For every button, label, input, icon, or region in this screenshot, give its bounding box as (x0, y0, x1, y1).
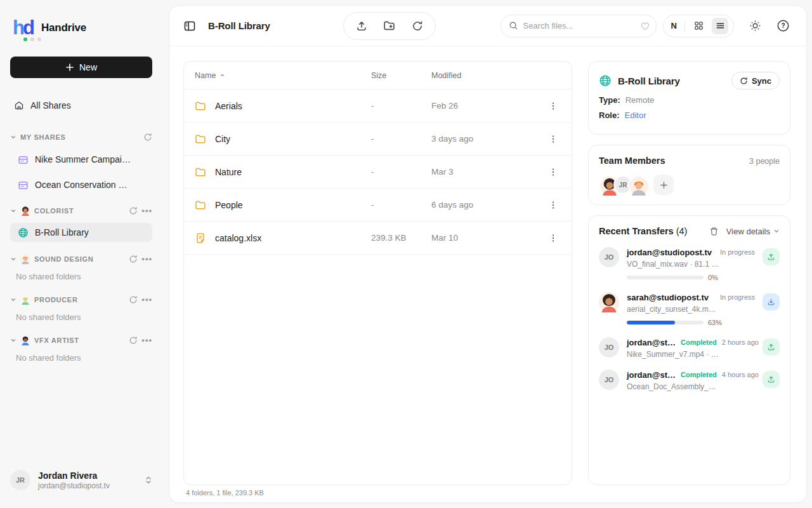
status-badge: Completed (681, 338, 717, 346)
refresh-icon[interactable] (129, 336, 138, 345)
view-details-link[interactable]: View details (726, 227, 780, 236)
table-row[interactable]: Aerials - Feb 26 (184, 90, 572, 123)
table-row[interactable]: Nature - Mar 3 (184, 156, 572, 189)
folder-stats: 4 folders, 1 file, 239.3 KB (186, 489, 264, 497)
heart-icon[interactable] (640, 21, 650, 31)
transfer-user: jordan@studiopost.tv (627, 248, 712, 257)
folder-icon (195, 199, 206, 211)
transfer-time: 2 hours ago (722, 338, 759, 346)
transfer-item[interactable]: JO jordan@st… Completed 4 hours ago Ocea… (599, 370, 780, 391)
chevron-down-icon (10, 208, 16, 214)
section-sound-design[interactable]: SOUND DESIGN ••• (10, 253, 152, 265)
empty-shares-note: No shared folders (16, 353, 81, 363)
sidebar-item-nike-summer[interactable]: Nike Summer Campai… (10, 151, 152, 168)
refresh-icon[interactable] (129, 255, 138, 264)
chevron-down-icon (773, 228, 780, 234)
project-box-icon (18, 180, 29, 190)
row-menu-icon[interactable] (546, 231, 561, 246)
list-view-icon[interactable] (712, 18, 728, 34)
table-row[interactable]: catalog.xlsx 239.3 KB Mar 10 (184, 222, 572, 255)
refresh-icon (740, 77, 748, 85)
refresh-icon[interactable] (406, 15, 429, 37)
avatar-sound-design (20, 254, 30, 264)
upload-icon[interactable] (350, 15, 373, 37)
sort-ascending-icon (219, 72, 225, 78)
chevron-down-icon (10, 256, 16, 262)
section-producer[interactable]: PRODUCER ••• (10, 293, 152, 306)
download-direction-icon[interactable] (763, 293, 780, 311)
transfer-status: In progress (720, 293, 755, 301)
empty-shares-note: No shared folders (16, 312, 81, 322)
file-actions-toolbar (343, 12, 436, 40)
upload-direction-icon[interactable] (763, 248, 780, 265)
team-count: 3 people (749, 157, 780, 166)
topbar: B-Roll Library N ? (169, 6, 806, 46)
avatar-woman (599, 292, 619, 312)
section-colorist[interactable]: COLORIST ••• (10, 204, 152, 217)
new-folder-icon[interactable] (378, 15, 401, 37)
transfer-file: VO_final_mix.wav · 81.1 … (627, 260, 755, 269)
add-member-button[interactable] (653, 175, 674, 195)
column-modified[interactable]: Modified (431, 71, 537, 80)
search-input[interactable] (523, 21, 635, 30)
user-name: Jordan Rivera (38, 471, 137, 481)
grid-view-icon[interactable] (690, 18, 707, 34)
refresh-icon[interactable] (129, 295, 138, 304)
table-row[interactable]: People - 6 days ago (184, 189, 572, 222)
table-row[interactable]: City - 3 days ago (184, 123, 572, 156)
row-menu-icon[interactable] (546, 131, 561, 147)
transfer-progress: 63% (627, 319, 780, 326)
transfer-user: jordan@st… (627, 370, 676, 380)
transfer-time: 4 hours ago (722, 371, 759, 378)
brand-name: Handrive (41, 22, 86, 34)
column-size[interactable]: Size (371, 71, 431, 80)
sidebar-item-broll-library[interactable]: B-Roll Library (10, 223, 152, 242)
user-account[interactable]: JR Jordan Rivera jordan@studiopost.tv (10, 470, 152, 490)
transfer-item[interactable]: JO jordan@studiopost.tv In progress VO_f… (599, 247, 780, 269)
upload-direction-icon[interactable] (763, 338, 780, 356)
upload-direction-icon[interactable] (763, 371, 780, 388)
row-menu-icon[interactable] (546, 197, 561, 213)
sidebar-item-ocean-conservation[interactable]: Ocean Conservation … (10, 177, 152, 193)
more-options-icon[interactable]: ••• (141, 257, 152, 262)
help-icon[interactable]: ? (776, 19, 790, 32)
section-vfx-artist[interactable]: VFX ARTIST ••• (10, 334, 152, 347)
row-menu-icon[interactable] (546, 164, 561, 180)
column-name-sort[interactable]: Name (195, 71, 371, 80)
brand: hd Handrive (13, 15, 86, 41)
view-controls: N (663, 15, 734, 37)
avatar: JO (599, 337, 619, 358)
sort-key-badge[interactable]: N (669, 21, 679, 30)
avatar: JR (10, 470, 30, 490)
section-my-shares[interactable]: MY SHARES (10, 131, 152, 144)
transfer-item[interactable]: sarah@studiopost.tv In progress aerial_c… (599, 292, 780, 314)
refresh-icon[interactable] (143, 133, 152, 142)
transfer-user: jordan@st… (627, 338, 676, 347)
team-title: Team Members (599, 156, 665, 166)
row-menu-icon[interactable] (546, 98, 561, 114)
avatar-member-man[interactable] (628, 175, 647, 194)
more-options-icon[interactable]: ••• (141, 338, 152, 343)
connection-status-dots (23, 37, 41, 41)
more-options-icon[interactable]: ••• (141, 297, 152, 302)
sidebar-item-all-shares[interactable]: All Shares (10, 98, 152, 113)
trash-icon[interactable] (709, 227, 719, 236)
file-table: Name Size Modified Aerials - Feb 26 City… (183, 61, 572, 485)
folder-icon (195, 133, 206, 145)
plus-icon (65, 63, 74, 72)
new-button[interactable]: New (10, 57, 152, 78)
table-header: Name Size Modified (184, 62, 572, 90)
sidebar-toggle-icon[interactable] (183, 20, 196, 32)
share-name: B-Roll Library (618, 76, 680, 86)
folder-icon (195, 100, 206, 112)
transfer-item[interactable]: JO jordan@st… Completed 2 hours ago Nike… (599, 337, 780, 359)
search-bar (501, 15, 657, 37)
globe-icon (18, 227, 29, 238)
theme-toggle-icon[interactable] (749, 20, 761, 32)
refresh-icon[interactable] (129, 206, 138, 215)
avatar-vfx-artist (20, 335, 30, 345)
recent-transfers-card: Recent Transfers (4) View details JO jor… (588, 215, 790, 485)
more-options-icon[interactable]: ••• (141, 208, 152, 213)
share-role-value[interactable]: Editor (625, 110, 646, 120)
sync-button[interactable]: Sync (731, 72, 780, 90)
